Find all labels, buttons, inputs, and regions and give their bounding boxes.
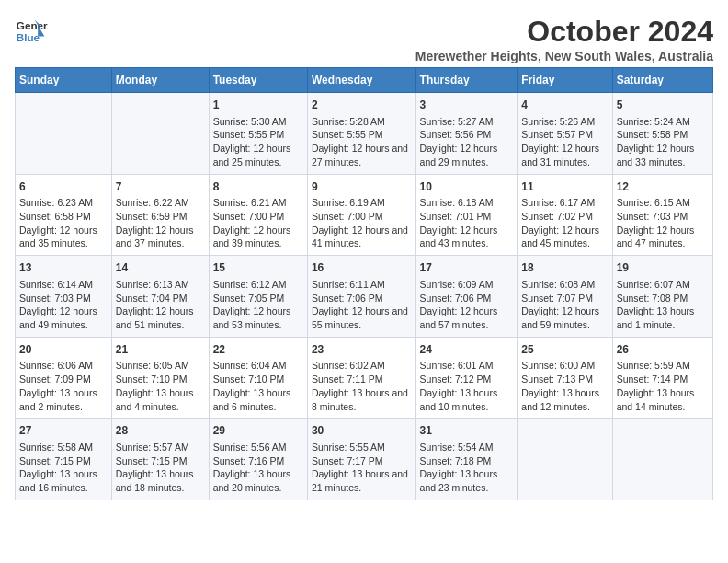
calendar-cell xyxy=(111,93,209,175)
day-info: Sunrise: 6:22 AMSunset: 6:59 PMDaylight:… xyxy=(116,196,205,250)
calendar-cell: 30Sunrise: 5:55 AMSunset: 7:17 PMDayligh… xyxy=(307,419,415,500)
page-title: October 2024 xyxy=(415,15,713,49)
calendar-cell: 1Sunrise: 5:30 AMSunset: 5:55 PMDaylight… xyxy=(209,93,307,175)
calendar-cell: 13Sunrise: 6:14 AMSunset: 7:03 PMDayligh… xyxy=(16,256,112,338)
day-number: 3 xyxy=(420,98,514,113)
day-number: 1 xyxy=(213,98,303,113)
day-info: Sunrise: 5:57 AMSunset: 7:15 PMDaylight:… xyxy=(116,441,205,495)
day-info: Sunrise: 6:09 AMSunset: 7:06 PMDaylight:… xyxy=(420,278,514,332)
day-number: 24 xyxy=(420,342,514,358)
day-info: Sunrise: 5:30 AMSunset: 5:55 PMDaylight:… xyxy=(213,115,303,169)
day-number: 27 xyxy=(19,423,108,439)
day-info: Sunrise: 5:28 AMSunset: 5:55 PMDaylight:… xyxy=(312,115,412,169)
calendar-week-row: 6Sunrise: 6:23 AMSunset: 6:58 PMDaylight… xyxy=(16,174,713,256)
calendar-cell: 7Sunrise: 6:22 AMSunset: 6:59 PMDaylight… xyxy=(111,174,209,256)
day-number: 26 xyxy=(617,342,709,358)
day-info: Sunrise: 6:02 AMSunset: 7:11 PMDaylight:… xyxy=(312,359,412,413)
day-number: 25 xyxy=(521,342,608,358)
day-number: 13 xyxy=(19,260,108,276)
calendar-cell: 23Sunrise: 6:02 AMSunset: 7:11 PMDayligh… xyxy=(307,337,415,419)
calendar-cell: 8Sunrise: 6:21 AMSunset: 7:00 PMDaylight… xyxy=(209,174,307,256)
day-number: 4 xyxy=(521,98,608,113)
calendar-cell: 26Sunrise: 5:59 AMSunset: 7:14 PMDayligh… xyxy=(612,337,712,419)
day-number: 22 xyxy=(213,342,303,358)
day-number: 10 xyxy=(420,179,514,195)
day-info: Sunrise: 6:11 AMSunset: 7:06 PMDaylight:… xyxy=(312,278,412,332)
calendar-cell xyxy=(612,419,712,500)
calendar-cell: 4Sunrise: 5:26 AMSunset: 5:57 PMDaylight… xyxy=(518,93,612,175)
day-info: Sunrise: 6:21 AMSunset: 7:00 PMDaylight:… xyxy=(213,196,303,250)
day-info: Sunrise: 6:01 AMSunset: 7:12 PMDaylight:… xyxy=(420,359,514,413)
calendar-cell xyxy=(16,93,112,175)
day-number: 19 xyxy=(617,260,709,276)
calendar-cell: 17Sunrise: 6:09 AMSunset: 7:06 PMDayligh… xyxy=(415,256,518,338)
calendar-cell: 2Sunrise: 5:28 AMSunset: 5:55 PMDaylight… xyxy=(307,93,415,175)
calendar-cell: 14Sunrise: 6:13 AMSunset: 7:04 PMDayligh… xyxy=(111,256,209,338)
calendar-cell: 22Sunrise: 6:04 AMSunset: 7:10 PMDayligh… xyxy=(209,337,307,419)
header: General Blue October 2024 Merewether Hei… xyxy=(15,15,713,63)
day-of-week-header: Monday xyxy=(111,68,209,93)
day-number: 28 xyxy=(116,423,205,439)
day-number: 31 xyxy=(420,423,514,439)
day-number: 20 xyxy=(19,342,108,358)
day-of-week-header: Saturday xyxy=(612,68,712,93)
calendar-cell: 16Sunrise: 6:11 AMSunset: 7:06 PMDayligh… xyxy=(307,256,415,338)
calendar-cell: 6Sunrise: 6:23 AMSunset: 6:58 PMDaylight… xyxy=(16,174,112,256)
day-info: Sunrise: 5:58 AMSunset: 7:15 PMDaylight:… xyxy=(19,441,108,495)
calendar-cell: 3Sunrise: 5:27 AMSunset: 5:56 PMDaylight… xyxy=(415,93,518,175)
day-number: 11 xyxy=(521,179,608,195)
calendar-cell: 25Sunrise: 6:00 AMSunset: 7:13 PMDayligh… xyxy=(518,337,612,419)
day-info: Sunrise: 6:06 AMSunset: 7:09 PMDaylight:… xyxy=(19,359,108,413)
calendar-week-row: 27Sunrise: 5:58 AMSunset: 7:15 PMDayligh… xyxy=(16,419,713,500)
day-of-week-header: Sunday xyxy=(16,68,112,93)
calendar-cell: 11Sunrise: 6:17 AMSunset: 7:02 PMDayligh… xyxy=(518,174,612,256)
calendar-table: SundayMondayTuesdayWednesdayThursdayFrid… xyxy=(15,67,713,500)
calendar-cell: 31Sunrise: 5:54 AMSunset: 7:18 PMDayligh… xyxy=(415,419,518,500)
day-info: Sunrise: 6:19 AMSunset: 7:00 PMDaylight:… xyxy=(312,196,412,250)
page-subtitle: Merewether Heights, New South Wales, Aus… xyxy=(415,49,713,63)
calendar-cell: 21Sunrise: 6:05 AMSunset: 7:10 PMDayligh… xyxy=(111,337,209,419)
day-info: Sunrise: 5:54 AMSunset: 7:18 PMDaylight:… xyxy=(420,441,514,495)
day-info: Sunrise: 5:56 AMSunset: 7:16 PMDaylight:… xyxy=(213,441,303,495)
calendar-cell: 18Sunrise: 6:08 AMSunset: 7:07 PMDayligh… xyxy=(518,256,612,338)
day-info: Sunrise: 6:15 AMSunset: 7:03 PMDaylight:… xyxy=(617,196,709,250)
calendar-cell: 24Sunrise: 6:01 AMSunset: 7:12 PMDayligh… xyxy=(415,337,518,419)
day-number: 5 xyxy=(617,98,709,113)
calendar-week-row: 20Sunrise: 6:06 AMSunset: 7:09 PMDayligh… xyxy=(16,337,713,419)
logo: General Blue xyxy=(15,15,48,48)
day-of-week-header: Tuesday xyxy=(209,68,307,93)
day-info: Sunrise: 6:14 AMSunset: 7:03 PMDaylight:… xyxy=(19,278,108,332)
calendar-week-row: 13Sunrise: 6:14 AMSunset: 7:03 PMDayligh… xyxy=(16,256,713,338)
calendar-cell: 12Sunrise: 6:15 AMSunset: 7:03 PMDayligh… xyxy=(612,174,712,256)
svg-text:Blue: Blue xyxy=(17,31,40,43)
title-area: October 2024 Merewether Heights, New Sou… xyxy=(415,15,713,63)
calendar-cell: 27Sunrise: 5:58 AMSunset: 7:15 PMDayligh… xyxy=(16,419,112,500)
calendar-cell xyxy=(518,419,612,500)
day-number: 9 xyxy=(312,179,412,195)
calendar-cell: 29Sunrise: 5:56 AMSunset: 7:16 PMDayligh… xyxy=(209,419,307,500)
calendar-cell: 19Sunrise: 6:07 AMSunset: 7:08 PMDayligh… xyxy=(612,256,712,338)
day-number: 2 xyxy=(312,98,412,113)
day-info: Sunrise: 6:12 AMSunset: 7:05 PMDaylight:… xyxy=(213,278,303,332)
day-info: Sunrise: 5:24 AMSunset: 5:58 PMDaylight:… xyxy=(617,115,709,169)
svg-text:General: General xyxy=(17,19,48,31)
day-number: 29 xyxy=(213,423,303,439)
day-number: 7 xyxy=(116,179,205,195)
day-number: 21 xyxy=(116,342,205,358)
day-info: Sunrise: 6:07 AMSunset: 7:08 PMDaylight:… xyxy=(617,278,709,332)
calendar-cell: 28Sunrise: 5:57 AMSunset: 7:15 PMDayligh… xyxy=(111,419,209,500)
day-info: Sunrise: 5:59 AMSunset: 7:14 PMDaylight:… xyxy=(617,359,709,413)
day-number: 12 xyxy=(617,179,709,195)
day-info: Sunrise: 6:05 AMSunset: 7:10 PMDaylight:… xyxy=(116,359,205,413)
day-info: Sunrise: 5:27 AMSunset: 5:56 PMDaylight:… xyxy=(420,115,514,169)
calendar-cell: 5Sunrise: 5:24 AMSunset: 5:58 PMDaylight… xyxy=(612,93,712,175)
day-number: 30 xyxy=(312,423,412,439)
calendar-header-row: SundayMondayTuesdayWednesdayThursdayFrid… xyxy=(16,68,713,93)
day-info: Sunrise: 6:23 AMSunset: 6:58 PMDaylight:… xyxy=(19,196,108,250)
calendar-cell: 15Sunrise: 6:12 AMSunset: 7:05 PMDayligh… xyxy=(209,256,307,338)
day-of-week-header: Wednesday xyxy=(307,68,415,93)
day-info: Sunrise: 5:55 AMSunset: 7:17 PMDaylight:… xyxy=(312,441,412,495)
day-info: Sunrise: 5:26 AMSunset: 5:57 PMDaylight:… xyxy=(521,115,608,169)
day-number: 18 xyxy=(521,260,608,276)
day-of-week-header: Thursday xyxy=(415,68,518,93)
